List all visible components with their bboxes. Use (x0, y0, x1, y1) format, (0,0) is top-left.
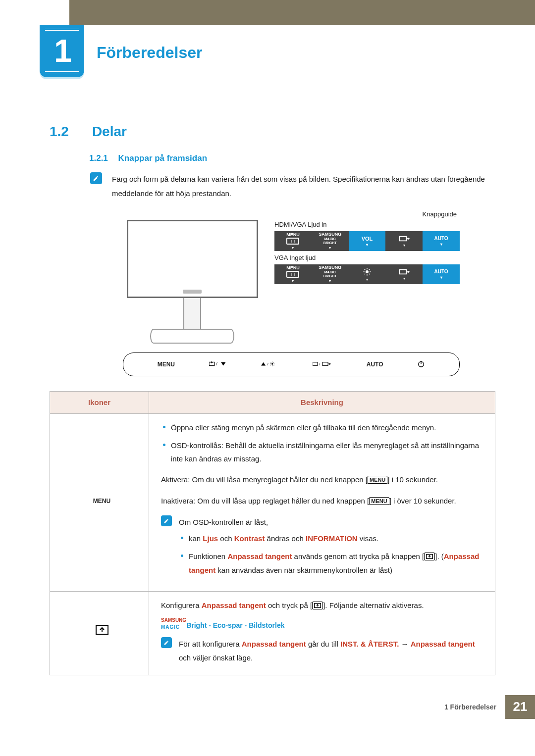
physical-button-bar: MENU / / / AUTO (123, 353, 460, 376)
custom-key-icon (312, 602, 323, 609)
osd-brightness: ▾ (349, 264, 386, 284)
osd-row-1: MENU | | | ▾ SAMSUNG MAGIC BRIGHT ▾ VOL … (274, 231, 460, 251)
osd-source-2: ▾ (385, 264, 423, 284)
svg-line-19 (271, 362, 271, 362)
svg-line-22 (273, 362, 274, 362)
page-footer: 1 Förberedelser 21 (0, 695, 535, 719)
svg-line-21 (271, 365, 271, 365)
row1-deactivate: Inaktivera: Om du vill låsa upp reglaget… (161, 494, 488, 508)
chapter-header: 1 Förberedelser (0, 25, 535, 79)
custom-key-icon (96, 625, 108, 635)
svg-rect-10 (399, 269, 406, 274)
row1-activate: Aktivera: Om du vill låsa menyreglaget h… (161, 473, 488, 487)
osd-auto-2: AUTO ▾ (423, 264, 460, 284)
chapter-number: 1 (45, 29, 79, 73)
osd-menu: MENU | | | ▾ (274, 231, 312, 251)
osd-panels: HDMI/VGA Ljud in MENU | | | ▾ SAMSUNG MA… (274, 220, 460, 344)
page-content: 1.2 Delar 1.2.1 Knappar på framsidan Fär… (0, 124, 535, 675)
svg-text:/: / (216, 361, 217, 366)
bar-up-bright-icon: / (261, 360, 278, 369)
brightness-icon (363, 267, 372, 276)
table-row: MENU Öppna eller stäng menyn på skärmen … (50, 413, 495, 591)
section-title: Delar (92, 124, 127, 139)
row2-note: För att konfigurera Anpassad tangent går… (161, 637, 488, 665)
chapter-number-badge: 1 (40, 25, 84, 77)
note-pencil-icon (161, 515, 172, 526)
row2-icon (50, 591, 149, 675)
section-heading: 1.2 Delar (50, 124, 495, 140)
svg-line-20 (273, 365, 274, 365)
row1-b2: OSD-kontrollås: Behåll de aktuella instä… (171, 439, 488, 466)
osd-magic-bright: SAMSUNG MAGIC BRIGHT ▾ (312, 231, 349, 251)
custom-key-icon (424, 553, 435, 560)
svg-text:/: / (319, 361, 321, 366)
top-bar (69, 0, 535, 25)
svg-point-14 (271, 363, 273, 364)
footer-page: 21 (505, 695, 535, 719)
svg-point-1 (366, 270, 369, 273)
source-icon (399, 268, 410, 275)
table-row: Konfigurera Anpassad tangent och tryck p… (50, 591, 495, 675)
menu-rect-icon: | | | (286, 238, 299, 245)
osd-auto: AUTO ▾ (423, 231, 460, 251)
svg-line-8 (365, 273, 366, 274)
chapter-title: Förberedelser (97, 44, 202, 62)
footer-label: 1 Förberedelser (444, 695, 505, 719)
osd-magic-bright-2: SAMSUNG MAGIC BRIGHT ▾ (312, 264, 349, 284)
row1-b1: Öppna eller stäng menyn på skärmen eller… (171, 421, 488, 435)
th-desc: Beskrivning (149, 392, 495, 414)
row1-desc: Öppna eller stäng menyn på skärmen eller… (149, 413, 495, 591)
th-icons: Ikoner (50, 392, 149, 414)
monitor-screen-icon (127, 220, 258, 298)
row2-note-text: För att konfigurera Anpassad tangent går… (179, 637, 488, 665)
row1-note-b1: kan Ljus och Kontrast ändras och INFORMA… (189, 532, 488, 546)
source-icon (399, 235, 410, 242)
bar-custom-down-icon: / (209, 360, 227, 369)
bar-power-icon (417, 360, 425, 369)
subsection-number: 1.2.1 (89, 153, 108, 163)
section-number: 1.2 (50, 124, 90, 140)
osd-menu-2: MENU | | | ▾ (274, 264, 312, 284)
subsection-heading: 1.2.1 Knappar på framsidan (89, 153, 495, 163)
knappguide-label: Knappguide (123, 210, 457, 218)
menu-button-icon: MENU (368, 476, 387, 484)
svg-line-9 (369, 269, 370, 270)
row1-icon: MENU (50, 413, 149, 591)
magic-bright-line: SAMSUNG MAGIC Bright - Eco-spar - Bildst… (161, 616, 488, 632)
row1-note: Om OSD-kontrollen är låst, kan Ljus och … (161, 515, 488, 581)
svg-line-6 (365, 269, 366, 270)
bar-auto: AUTO (367, 361, 383, 368)
svg-rect-25 (322, 362, 328, 365)
monitor-base-icon (150, 329, 234, 344)
diagram: Knappguide HDMI/VGA Ljud in MENU | | | ▾… (123, 210, 460, 376)
intro-note: Färg och form på delarna kan variera frå… (90, 172, 495, 201)
menu-rect-icon: | | | (286, 271, 299, 278)
osd-caption-1: HDMI/VGA Ljud in (274, 221, 460, 228)
note-pencil-icon (161, 637, 172, 648)
bar-menu: MENU (158, 361, 175, 368)
osd-source: ▾ (385, 231, 423, 251)
svg-rect-23 (313, 362, 318, 365)
row1-note-lead: Om OSD-kontrollen är låst, (179, 515, 488, 529)
row2-p1: Konfigurera Anpassad tangent och tryck p… (161, 599, 488, 612)
monitor-neck-icon (183, 298, 201, 329)
row1-note-b2: Funktionen Anpassad tangent används geno… (189, 550, 488, 577)
svg-rect-0 (399, 236, 406, 241)
svg-line-7 (369, 273, 370, 274)
note-pencil-icon (90, 172, 102, 184)
svg-text:/: / (268, 361, 269, 366)
osd-vol: VOL ▾ (349, 231, 386, 251)
menu-button-icon: MENU (369, 497, 389, 505)
monitor-illustration (123, 220, 262, 344)
osd-caption-2: VGA Inget ljud (274, 254, 460, 261)
osd-row-2: MENU | | | ▾ SAMSUNG MAGIC BRIGHT ▾ ▾ (274, 264, 460, 284)
subsection-title: Knappar på framsidan (118, 153, 208, 163)
bar-source-enter-icon: / (313, 360, 332, 369)
row2-desc: Konfigurera Anpassad tangent och tryck p… (149, 591, 495, 675)
intro-note-text: Färg och form på delarna kan variera frå… (112, 172, 495, 201)
icon-description-table: Ikoner Beskrivning MENU Öppna eller stän… (50, 391, 495, 675)
